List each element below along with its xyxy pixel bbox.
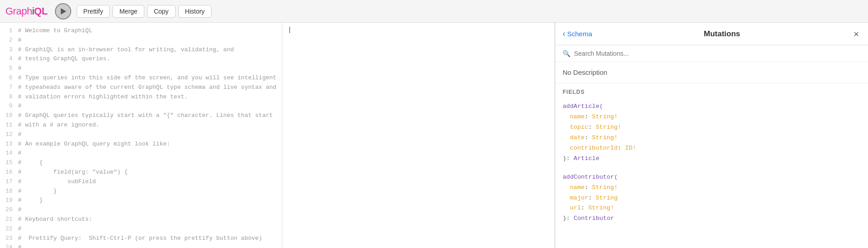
line-num: 16 <box>5 168 13 177</box>
code-lines: # Welcome to GraphiQL # # GraphiQL is an… <box>18 26 282 248</box>
fields-section: FIELDS addArticle( name: String! topic: … <box>555 83 868 248</box>
variables-pane[interactable] <box>282 23 554 248</box>
line-num: 20 <box>5 205 13 215</box>
mutation-return: ): Contributor <box>563 214 861 224</box>
search-input[interactable] <box>574 50 861 57</box>
line-num: 11 <box>5 121 13 130</box>
merge-button[interactable]: Merge <box>113 5 144 18</box>
line-num: 19 <box>5 196 13 205</box>
mutation-add-contributor[interactable]: addContributor( name: String! major: Str… <box>563 172 861 224</box>
code-line: # GraphiQL is an in-browser tool for wri… <box>18 45 277 55</box>
line-num: 12 <box>5 130 13 140</box>
code-line: # } <box>18 187 277 196</box>
history-button[interactable]: History <box>178 5 212 18</box>
mutation-return: ): Article <box>563 154 861 164</box>
line-num: 8 <box>5 92 13 102</box>
code-line: # typeaheads aware of the current GraphQ… <box>18 83 277 92</box>
code-line: # <box>18 130 277 140</box>
code-line: # { <box>18 158 277 168</box>
right-panel: ‹ Schema Mutations × 🔍 No Description FI… <box>555 23 868 248</box>
mutation-field: name: String! <box>563 183 861 193</box>
line-num: 1 <box>5 26 13 36</box>
back-to-schema-link[interactable]: ‹ Schema <box>563 29 592 39</box>
line-num: 3 <box>5 45 13 55</box>
line-numbers: 1 2 3 4 5 6 7 8 9 10 11 12 13 14 15 16 1 <box>0 26 18 248</box>
line-num: 24 <box>5 243 13 248</box>
app-logo: GraphiQL <box>5 5 48 17</box>
fields-label: FIELDS <box>563 89 861 95</box>
chevron-left-icon: ‹ <box>563 29 565 39</box>
panel-header: ‹ Schema Mutations × <box>555 23 868 45</box>
line-num: 23 <box>5 234 13 243</box>
line-num: 10 <box>5 111 13 121</box>
line-num: 21 <box>5 215 13 224</box>
mutation-field: topic: String! <box>563 122 861 133</box>
code-line: # } <box>18 196 277 205</box>
mutation-field: name: String! <box>563 112 861 122</box>
line-num: 14 <box>5 149 13 158</box>
text-cursor <box>289 27 290 33</box>
line-num: 2 <box>5 36 13 45</box>
code-line: # <box>18 205 277 215</box>
code-line: # with a # are ignored. <box>18 121 277 130</box>
mutation-field: major: String <box>563 193 861 204</box>
mutation-signature: addContributor( <box>563 172 861 183</box>
mutation-field: contributorId: ID! <box>563 143 861 154</box>
close-button[interactable]: × <box>852 29 861 39</box>
code-line: # <box>18 224 277 234</box>
code-line: # <box>18 243 277 248</box>
code-line: # field(arg: "value") { <box>18 168 277 177</box>
mutation-field: date: String! <box>563 133 861 143</box>
line-num: 5 <box>5 64 13 73</box>
prettify-button[interactable]: Prettify <box>77 5 110 18</box>
line-num: 9 <box>5 102 13 111</box>
description-area: No Description <box>555 62 868 83</box>
line-num: 15 <box>5 158 13 168</box>
back-label: Schema <box>567 30 592 38</box>
search-icon: 🔍 <box>563 50 570 57</box>
run-button[interactable] <box>55 3 71 19</box>
code-line: # GraphQL queries typically start with a… <box>18 111 277 121</box>
line-num: 4 <box>5 54 13 64</box>
query-editor[interactable]: 1 2 3 4 5 6 7 8 9 10 11 12 13 14 15 16 1 <box>0 23 282 248</box>
mutation-field: url: String! <box>563 203 861 214</box>
code-line: # <box>18 36 277 45</box>
search-box: 🔍 <box>555 45 868 62</box>
panel-title: Mutations <box>592 29 852 39</box>
mutation-signature: addArticle( <box>563 102 861 112</box>
code-area: 1 2 3 4 5 6 7 8 9 10 11 12 13 14 15 16 1 <box>0 23 282 248</box>
mutation-name: addContributor( <box>563 174 618 180</box>
mutation-add-article[interactable]: addArticle( name: String! topic: String!… <box>563 102 861 164</box>
app-header: GraphiQL Prettify Merge Copy History <box>0 0 868 23</box>
editor-pane: 1 2 3 4 5 6 7 8 9 10 11 12 13 14 15 16 1 <box>0 23 555 248</box>
code-line: # An example GraphQL query might look li… <box>18 140 277 149</box>
code-line: # testing GraphQL queries. <box>18 54 277 64</box>
code-line: # Welcome to GraphiQL <box>18 26 277 36</box>
code-line: # Keyboard shortcuts: <box>18 215 277 224</box>
line-num: 22 <box>5 224 13 234</box>
code-line: # validation errors highlighted within t… <box>18 92 277 102</box>
copy-button[interactable]: Copy <box>147 5 176 18</box>
line-num: 7 <box>5 83 13 92</box>
code-line: # Prettify Query: Shift-Ctrl-P (or press… <box>18 234 277 243</box>
no-description-text: No Description <box>563 68 607 76</box>
mutation-name: addArticle( <box>563 103 603 110</box>
code-line: # <box>18 149 277 158</box>
line-num: 6 <box>5 73 13 83</box>
code-line: # Type queries into this side of the scr… <box>18 73 277 83</box>
line-num: 18 <box>5 187 13 196</box>
code-line: # <box>18 64 277 73</box>
line-num: 13 <box>5 140 13 149</box>
line-num: 17 <box>5 177 13 187</box>
code-line: # subField <box>18 177 277 187</box>
main-layout: 1 2 3 4 5 6 7 8 9 10 11 12 13 14 15 16 1 <box>0 23 868 248</box>
code-line: # <box>18 102 277 111</box>
